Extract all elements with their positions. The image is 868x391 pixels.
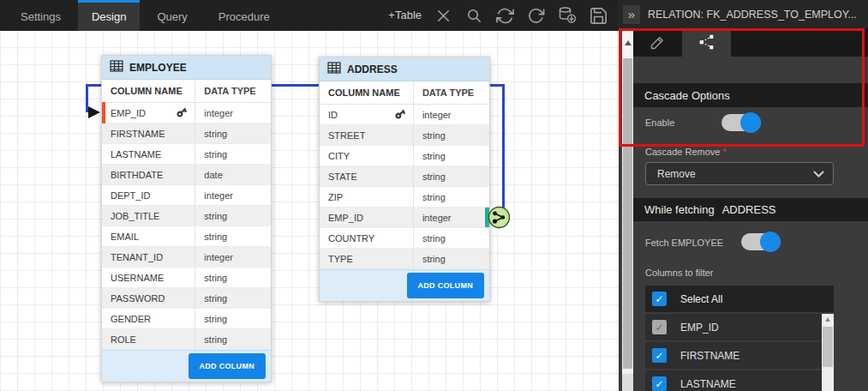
enable-toggle[interactable] bbox=[721, 112, 761, 133]
firstname-checkbox[interactable]: ✓ bbox=[652, 348, 667, 363]
export-db-icon[interactable] bbox=[557, 5, 578, 26]
tab-relations[interactable] bbox=[682, 28, 731, 57]
panel-header: » RELATION: FK_ADDRESS_TO_EMPLOY... bbox=[619, 0, 868, 28]
column-type: integer bbox=[204, 252, 233, 262]
table-row[interactable]: BIRTHDATE date bbox=[102, 165, 271, 185]
column-type: string bbox=[204, 211, 227, 221]
schema-canvas[interactable]: EMPLOYEE COLUMN NAME DATA TYPE EMP_ID in… bbox=[0, 31, 619, 391]
scrollbar-thumb[interactable] bbox=[823, 327, 833, 367]
sync-icon[interactable] bbox=[495, 6, 515, 26]
key-icon bbox=[176, 106, 188, 120]
column-type: string bbox=[422, 171, 446, 182]
table-row[interactable]: DEPT_ID integer bbox=[102, 185, 271, 206]
list-item[interactable]: ✓ LASTNAME bbox=[645, 370, 834, 391]
scroll-up-icon[interactable] bbox=[622, 31, 633, 55]
table-row[interactable]: STREET string bbox=[320, 125, 489, 146]
tab-design[interactable]: Design bbox=[78, 0, 140, 31]
table-row[interactable]: LASTNAME string bbox=[102, 144, 271, 165]
table-row[interactable]: TENANT_ID integer bbox=[102, 247, 271, 268]
select-all-row[interactable]: ✓ Select All bbox=[645, 286, 834, 312]
list-item[interactable]: ✓ FIRSTNAME bbox=[645, 342, 834, 369]
column-name: DEPT_ID bbox=[111, 190, 150, 201]
fetch-employee-toggle[interactable] bbox=[741, 232, 781, 252]
table-title: EMPLOYEE bbox=[129, 62, 187, 74]
relation-arrow-icon bbox=[88, 106, 100, 118]
emp-id-checkbox: ✓ bbox=[652, 320, 667, 334]
tab-procedure[interactable]: Procedure bbox=[205, 0, 284, 31]
column-type: string bbox=[204, 129, 227, 139]
column-name: BIRTHDATE bbox=[111, 170, 163, 180]
add-column-button[interactable]: ADD COLUMN bbox=[407, 273, 485, 298]
toolbar-tabs: Settings Design Query Procedure bbox=[5, 0, 285, 31]
select-all-checkbox[interactable]: ✓ bbox=[652, 292, 667, 306]
tab-edit-properties[interactable] bbox=[633, 28, 682, 57]
panel-scrollbar[interactable] bbox=[622, 31, 633, 391]
scrollbar-thumb[interactable] bbox=[623, 58, 632, 369]
column-type: string bbox=[204, 149, 227, 159]
column-type: string bbox=[422, 151, 446, 161]
table-row[interactable]: COUNTRY string bbox=[320, 228, 489, 249]
table-row[interactable]: GENDER string bbox=[102, 309, 271, 329]
list-item[interactable]: ✓ EMP_ID bbox=[645, 314, 834, 340]
table-row[interactable]: JOB_TITLE string bbox=[102, 206, 271, 226]
column-name: COUNTRY bbox=[328, 233, 374, 244]
add-table-button[interactable]: +Table bbox=[380, 0, 430, 31]
table-footer: ADD COLUMN bbox=[320, 269, 489, 301]
column-type: integer bbox=[422, 110, 452, 120]
table-footer: ADD COLUMN bbox=[102, 350, 271, 382]
columns-filter-list: ✓ Select All ✓ EMP_ID ✓ FIRSTNAME ✓ LAST… bbox=[645, 286, 834, 391]
column-name: TENANT_ID bbox=[111, 252, 163, 262]
col-header-type: DATA TYPE bbox=[204, 86, 255, 96]
table-address[interactable]: ADDRESS COLUMN NAME DATA TYPE ID integer… bbox=[319, 57, 490, 302]
scroll-up-icon[interactable] bbox=[822, 314, 834, 325]
list-scrollbar[interactable] bbox=[822, 314, 834, 391]
cascade-remove-select[interactable]: Remove bbox=[645, 162, 834, 185]
table-row[interactable]: TYPE string bbox=[320, 249, 489, 269]
table-row[interactable]: EMAIL string bbox=[102, 226, 271, 247]
table-row[interactable]: FIRSTNAME string bbox=[102, 123, 271, 144]
column-name: EMP_ID bbox=[111, 108, 146, 118]
table-row[interactable]: ID integer bbox=[320, 105, 489, 125]
save-icon[interactable] bbox=[589, 6, 608, 26]
select-all-label: Select All bbox=[680, 293, 722, 305]
table-title: ADDRESS bbox=[347, 63, 398, 75]
search-icon[interactable] bbox=[464, 6, 484, 26]
grid-table-icon bbox=[327, 62, 341, 76]
table-row[interactable]: ROLE string bbox=[102, 329, 271, 350]
col-header-type: DATA TYPE bbox=[422, 87, 474, 98]
column-name: LASTNAME bbox=[111, 149, 161, 159]
column-name: STREET bbox=[328, 130, 365, 141]
tab-settings[interactable]: Settings bbox=[7, 0, 75, 31]
col-header-name: COLUMN NAME bbox=[111, 86, 183, 96]
add-column-button[interactable]: ADD COLUMN bbox=[189, 353, 266, 379]
collapse-panel-icon[interactable]: » bbox=[623, 5, 640, 24]
table-row[interactable]: EMP_ID integer bbox=[102, 103, 271, 123]
scroll-down-button[interactable] bbox=[622, 374, 633, 391]
table-row[interactable]: PASSWORD string bbox=[102, 288, 271, 309]
table-employee-header[interactable]: EMPLOYEE bbox=[102, 56, 271, 80]
table-row[interactable]: ZIP string bbox=[320, 187, 489, 208]
column-type: string bbox=[204, 232, 227, 242]
table-row[interactable]: STATE string bbox=[320, 166, 489, 187]
close-icon[interactable] bbox=[434, 6, 453, 26]
table-row[interactable]: CITY string bbox=[320, 146, 489, 166]
tab-query[interactable]: Query bbox=[143, 0, 201, 31]
refresh-icon[interactable] bbox=[526, 6, 546, 26]
column-name: USERNAME bbox=[111, 273, 164, 283]
column-name: PASSWORD bbox=[111, 293, 165, 304]
table-row[interactable]: EMP_ID integer bbox=[320, 208, 489, 228]
list-item-label: FIRSTNAME bbox=[680, 350, 739, 362]
fetching-entity: ADDRESS bbox=[722, 203, 776, 216]
table-row[interactable]: USERNAME string bbox=[102, 268, 271, 288]
col-header-name: COLUMN NAME bbox=[328, 87, 400, 98]
columns-to-filter-label: Columns to filter bbox=[645, 268, 713, 278]
enable-label: Enable bbox=[645, 117, 674, 128]
column-name: EMAIL bbox=[111, 232, 139, 242]
table-address-header[interactable]: ADDRESS bbox=[320, 57, 489, 81]
lastname-checkbox[interactable]: ✓ bbox=[652, 376, 667, 391]
column-name: STATE bbox=[328, 171, 357, 182]
pencil-icon bbox=[649, 33, 667, 55]
table-employee[interactable]: EMPLOYEE COLUMN NAME DATA TYPE EMP_ID in… bbox=[101, 55, 272, 382]
panel-title: RELATION: FK_ADDRESS_TO_EMPLOY... bbox=[648, 9, 857, 21]
relation-connector-icon[interactable] bbox=[488, 206, 511, 232]
